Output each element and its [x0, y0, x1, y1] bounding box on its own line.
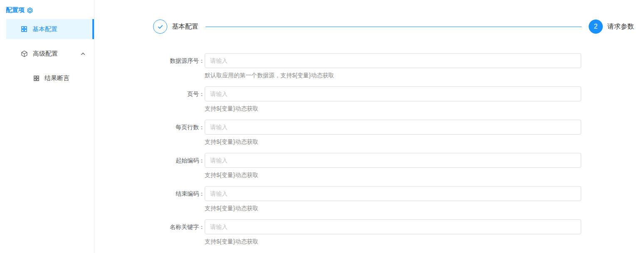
page: 配置项 基本配置: [0, 0, 644, 253]
step-label: 请求参数: [607, 22, 634, 31]
form-row-end-code: 结束编码： 支持${变量}动态获取: [153, 186, 634, 212]
sidebar-menu: 基本配置 高级配置: [0, 19, 94, 88]
sidebar-item-result-assertion[interactable]: 结果断言: [6, 68, 94, 88]
page-number-input[interactable]: [205, 86, 581, 101]
main-content: 基本配置 2 请求参数 数据源序号： 默认取应用的第一个数据源，支持${变量}动…: [94, 0, 644, 253]
datasource-index-input[interactable]: [205, 53, 581, 68]
grid-icon: [33, 75, 40, 81]
field-hint: 支持${变量}动态获取: [205, 105, 634, 113]
step-request-params[interactable]: 2 请求参数: [589, 20, 634, 34]
check-icon: [157, 23, 164, 30]
rows-per-page-input[interactable]: [205, 120, 581, 135]
field-label: 结束编码：: [153, 186, 205, 201]
step-label: 基本配置: [172, 22, 198, 31]
field-label: 数据源序号：: [153, 53, 205, 68]
step-number: 2: [594, 23, 598, 30]
field-hint: 支持${变量}动态获取: [205, 138, 634, 146]
cube-icon: [21, 50, 28, 57]
step-basic-config[interactable]: 基本配置: [153, 20, 198, 34]
field-label: 页号：: [153, 86, 205, 101]
field-hint: 支持${变量}动态获取: [205, 238, 634, 246]
chevron-up-icon[interactable]: [80, 51, 86, 56]
steps-bar: 基本配置 2 请求参数: [153, 20, 634, 34]
sidebar-item-label: 高级配置: [33, 50, 58, 58]
field-hint: 默认取应用的第一个数据源，支持${变量}动态获取: [205, 71, 634, 79]
sidebar-item-advanced-config[interactable]: 高级配置: [6, 44, 94, 64]
form-row-datasource-index: 数据源序号： 默认取应用的第一个数据源，支持${变量}动态获取: [153, 53, 634, 79]
field-label: 起始编码：: [153, 153, 205, 168]
sidebar-title: 配置项: [0, 0, 94, 14]
field-label: 每页行数：: [153, 120, 205, 135]
nut-icon[interactable]: [27, 7, 33, 14]
sidebar-item-label: 基本配置: [32, 25, 57, 33]
field-label: 名称关键字：: [153, 219, 205, 234]
sidebar-title-text: 配置项: [6, 6, 25, 14]
field-hint: 支持${变量}动态获取: [205, 171, 634, 179]
step-connector-line: [206, 27, 582, 27]
grid-icon: [21, 26, 27, 32]
form-row-page-number: 页号： 支持${变量}动态获取: [153, 86, 634, 113]
form-row-start-code: 起始编码： 支持${变量}动态获取: [153, 153, 634, 179]
sidebar-item-basic-config[interactable]: 基本配置: [6, 19, 94, 39]
form-row-rows-per-page: 每页行数： 支持${变量}动态获取: [153, 120, 634, 146]
field-hint: 支持${变量}动态获取: [205, 204, 634, 212]
config-form: 数据源序号： 默认取应用的第一个数据源，支持${变量}动态获取 页号： 支持${…: [153, 53, 634, 246]
step-active-circle: 2: [589, 20, 603, 34]
end-code-input[interactable]: [205, 186, 581, 201]
start-code-input[interactable]: [205, 153, 581, 168]
sidebar-item-label: 结果断言: [45, 74, 69, 82]
step-finished-circle: [153, 20, 167, 34]
name-keyword-input[interactable]: [205, 219, 581, 234]
sidebar: 配置项 基本配置: [0, 0, 94, 253]
form-row-name-keyword: 名称关键字： 支持${变量}动态获取: [153, 219, 634, 246]
